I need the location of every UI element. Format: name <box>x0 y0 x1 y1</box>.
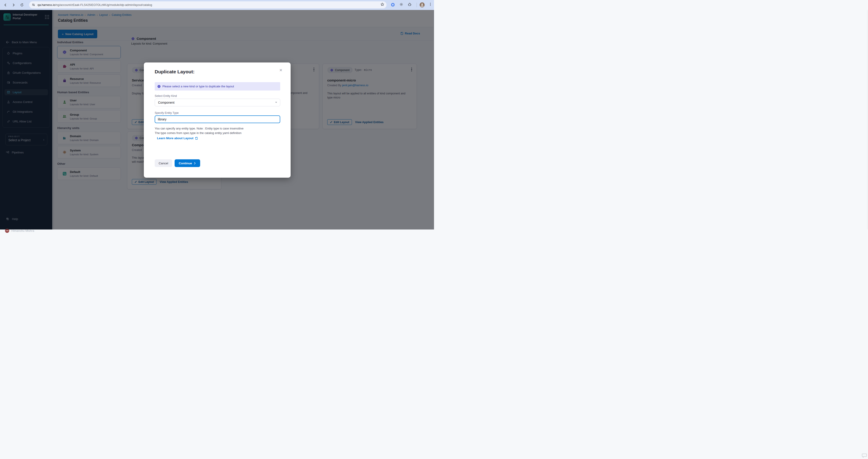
chevron-down-icon <box>275 102 277 103</box>
chevron-right-icon <box>194 162 196 165</box>
forward-icon[interactable] <box>11 2 16 8</box>
type-field-label: Specify Entity Type <box>155 111 179 115</box>
extensions-puzzle-icon[interactable] <box>408 2 412 6</box>
close-icon[interactable]: ✕ <box>279 68 282 73</box>
duplicate-layout-modal: Duplicate Layout: ✕ Please select a new … <box>144 62 290 178</box>
cancel-button[interactable]: Cancel <box>155 159 172 167</box>
toolbar-divider <box>416 3 417 7</box>
address-bar[interactable]: qa.harness.io/ng/account/zEaak-FLS425IEO… <box>29 1 386 8</box>
note-line-1: You can specify any entity type. Note : … <box>155 127 244 130</box>
bookmark-star-icon[interactable] <box>380 2 384 6</box>
url-text: qa.harness.io/ng/account/zEaak-FLS425IEO… <box>37 3 152 6</box>
entity-type-input[interactable] <box>155 115 280 123</box>
gear-icon[interactable] <box>399 2 403 6</box>
continue-button[interactable]: Continue <box>175 159 200 167</box>
chrome-menu-kebab-icon[interactable] <box>429 2 432 6</box>
refresh-icon[interactable] <box>19 2 25 8</box>
learn-more-link[interactable]: Learn More about Layout <box>157 137 198 140</box>
site-info-icon[interactable] <box>32 3 35 6</box>
info-icon <box>157 85 161 88</box>
profile-avatar[interactable] <box>420 2 425 7</box>
back-icon[interactable] <box>3 2 8 8</box>
info-banner: Please select a new kind or type to dupl… <box>155 82 280 90</box>
entity-kind-select[interactable]: Component <box>155 99 280 106</box>
extension-badge-icon[interactable] <box>391 3 395 7</box>
modal-title: Duplicate Layout: <box>155 69 194 75</box>
kind-field-label: Select Entity Kind <box>155 94 177 97</box>
browser-toolbar: qa.harness.io/ng/account/zEaak-FLS425IEO… <box>0 0 434 10</box>
note-line-2: The type comes from spec.type in the cat… <box>155 131 242 135</box>
external-doc-icon <box>195 137 198 140</box>
